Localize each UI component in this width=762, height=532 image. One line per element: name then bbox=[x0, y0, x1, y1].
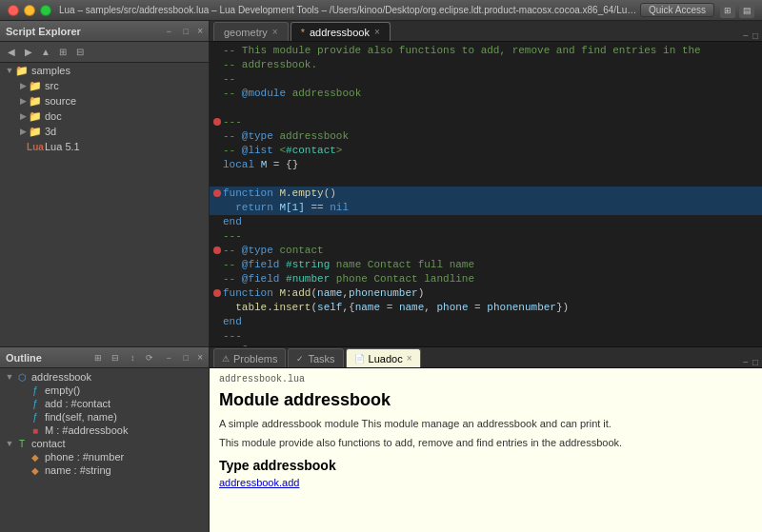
code-line-4: -- @module addressbook bbox=[210, 87, 762, 101]
breakpoint-11[interactable] bbox=[213, 189, 221, 197]
outline-tree: ▼ ⬡ addressbook ƒ empty() ƒ add : #conta… bbox=[0, 368, 209, 532]
luadoc-link[interactable]: addressbook.add bbox=[219, 477, 299, 488]
luadoc-para1: A simple addressbook module This module … bbox=[219, 416, 752, 431]
editor-maximize-btn[interactable]: □ bbox=[752, 30, 758, 41]
outline-label-phone: phone : #number bbox=[45, 451, 124, 463]
tree-item-source[interactable]: ▶ 📁 source bbox=[0, 93, 209, 108]
folder-icon-samples: 📁 bbox=[15, 64, 29, 77]
script-explorer-close[interactable]: × bbox=[197, 26, 203, 36]
maximize-panel-btn[interactable]: □ bbox=[178, 25, 193, 38]
code-line-12: return M[1] == nil bbox=[210, 201, 762, 215]
tab-luadoc[interactable]: 📄 Luadoc × bbox=[346, 348, 421, 367]
outline-item-find[interactable]: ƒ find(self, name) bbox=[0, 410, 209, 424]
outline-panel: Outline ⊞ ⊟ ↕ ⟳ − □ × ▼ ⬡ addressb bbox=[0, 346, 209, 532]
tab-problems-label: Problems bbox=[233, 353, 277, 365]
code-editor[interactable]: -- This module provide also functions to… bbox=[210, 42, 762, 346]
code-content-19: table.insert(self,{name = name, phone = … bbox=[223, 301, 758, 315]
bottom-minimize-btn[interactable]: − bbox=[743, 357, 749, 367]
breakpoint-6[interactable] bbox=[213, 118, 221, 126]
tree-item-lua51[interactable]: Lua Lua 5.1 bbox=[0, 139, 209, 154]
script-explorer-toolbar: − □ bbox=[161, 25, 193, 38]
tab-problems[interactable]: ⚠ Problems bbox=[213, 348, 286, 367]
nav-collapse-btn[interactable]: ⊟ bbox=[72, 45, 88, 60]
outline-item-phone[interactable]: ◆ phone : #number bbox=[0, 450, 209, 463]
type-icon-contact: T bbox=[15, 439, 29, 449]
code-content-3: -- bbox=[223, 72, 758, 87]
code-line-20: end bbox=[210, 315, 762, 329]
script-explorer-tree: ▼ 📁 samples ▶ 📁 src ▶ 📁 source ▶ 📁 doc ▶ bbox=[0, 63, 209, 346]
tree-label-doc: doc bbox=[45, 110, 62, 122]
minimize-button[interactable] bbox=[24, 5, 35, 16]
breakpoint-18[interactable] bbox=[213, 289, 221, 297]
toolbar-icon-1[interactable]: ⊞ bbox=[720, 3, 735, 18]
toolbar-icon-2[interactable]: ▤ bbox=[739, 3, 754, 18]
lua-icon-51: Lua bbox=[29, 140, 42, 153]
nav-expand-btn[interactable]: ⊞ bbox=[55, 45, 70, 60]
editor-tab-bar: geometry × * addressbook × − □ bbox=[210, 21, 762, 42]
tab-tasks[interactable]: ✓ Tasks bbox=[288, 348, 343, 367]
outline-maximize-btn[interactable]: □ bbox=[178, 351, 193, 365]
code-line-5 bbox=[210, 101, 762, 115]
code-content-4: -- @module addressbook bbox=[223, 87, 758, 101]
editor-minimize-btn[interactable]: − bbox=[743, 30, 749, 41]
tree-item-samples[interactable]: ▼ 📁 samples bbox=[0, 63, 209, 78]
breakpoint-15[interactable] bbox=[213, 246, 221, 254]
luadoc-heading: Module addressbook bbox=[219, 390, 752, 410]
right-panel: geometry × * addressbook × − □ -- This m… bbox=[210, 21, 762, 532]
tab-geometry-close[interactable]: × bbox=[272, 27, 278, 37]
code-content-15: -- @type contact bbox=[223, 244, 758, 258]
nav-up-btn[interactable]: ▲ bbox=[38, 45, 53, 60]
outline-minimize-btn[interactable]: − bbox=[161, 351, 176, 365]
code-content-8: -- @list <#contact> bbox=[223, 144, 758, 158]
bottom-maximize-btn[interactable]: □ bbox=[752, 357, 758, 367]
tree-item-3d[interactable]: ▶ 📁 3d bbox=[0, 124, 209, 139]
bottom-panel: ⚠ Problems ✓ Tasks 📄 Luadoc × − □ addres… bbox=[210, 346, 762, 532]
luadoc-icon: 📄 bbox=[354, 354, 365, 364]
code-line-14: --- bbox=[210, 229, 762, 244]
code-line-7: -- @type addressbook bbox=[210, 129, 762, 144]
tab-luadoc-label: Luadoc bbox=[369, 353, 403, 365]
code-line-8: -- @list <#contact> bbox=[210, 144, 762, 158]
close-button[interactable] bbox=[8, 5, 19, 16]
tab-addressbook-close[interactable]: × bbox=[374, 27, 380, 37]
quick-access-button[interactable]: Quick Access bbox=[640, 3, 714, 17]
code-line-3: -- bbox=[210, 72, 762, 87]
code-line-18: function M:add(name,phonenumber) bbox=[210, 286, 762, 301]
code-content-9: local M = {} bbox=[223, 158, 758, 172]
code-content-11: function M.empty() bbox=[223, 187, 758, 201]
outline-item-add[interactable]: ƒ add : #contact bbox=[0, 397, 209, 410]
tab-geometry[interactable]: geometry × bbox=[213, 22, 289, 41]
code-content-14: --- bbox=[223, 229, 758, 244]
code-line-6: --- bbox=[210, 115, 762, 129]
tree-item-doc[interactable]: ▶ 📁 doc bbox=[0, 108, 209, 124]
outline-tool-4[interactable]: ⟳ bbox=[142, 351, 157, 365]
outline-label-add: add : #contact bbox=[45, 398, 110, 409]
outline-item-name[interactable]: ◆ name : #string bbox=[0, 463, 209, 477]
nav-back-btn[interactable]: ◀ bbox=[4, 45, 19, 60]
outline-item-M[interactable]: ■ M : #addressbook bbox=[0, 424, 209, 437]
tree-label-3d: 3d bbox=[45, 126, 56, 137]
outline-item-empty[interactable]: ƒ empty() bbox=[0, 384, 209, 397]
code-line-9: local M = {} bbox=[210, 158, 762, 172]
nav-forward-btn[interactable]: ▶ bbox=[21, 45, 36, 60]
outline-label-M: M : #addressbook bbox=[45, 424, 128, 436]
outline-tool-3[interactable]: ↕ bbox=[125, 351, 140, 365]
function-icon-empty: ƒ bbox=[29, 385, 42, 396]
outline-tool-2[interactable]: ⊟ bbox=[108, 351, 123, 365]
tab-addressbook-dirty: * bbox=[301, 27, 305, 38]
minimize-panel-btn[interactable]: − bbox=[161, 25, 176, 38]
code-content-13: end bbox=[223, 215, 758, 229]
tab-luadoc-close[interactable]: × bbox=[407, 353, 412, 364]
window-title: Lua – samples/src/addressbook.lua – Lua … bbox=[59, 5, 640, 15]
tab-addressbook[interactable]: * addressbook × bbox=[291, 22, 391, 41]
maximize-button[interactable] bbox=[40, 5, 51, 16]
tab-addressbook-label: addressbook bbox=[310, 27, 370, 38]
outline-close[interactable]: × bbox=[197, 352, 203, 363]
outline-tool-1[interactable]: ⊞ bbox=[90, 351, 106, 365]
tree-item-src[interactable]: ▶ 📁 src bbox=[0, 78, 209, 93]
outline-label-find: find(self, name) bbox=[45, 411, 117, 423]
outline-item-contact[interactable]: ▼ T contact bbox=[0, 437, 209, 450]
outline-item-addressbook[interactable]: ▼ ⬡ addressbook bbox=[0, 370, 209, 384]
tasks-icon: ✓ bbox=[296, 354, 304, 364]
luadoc-heading2: Type addressbook bbox=[219, 458, 752, 473]
